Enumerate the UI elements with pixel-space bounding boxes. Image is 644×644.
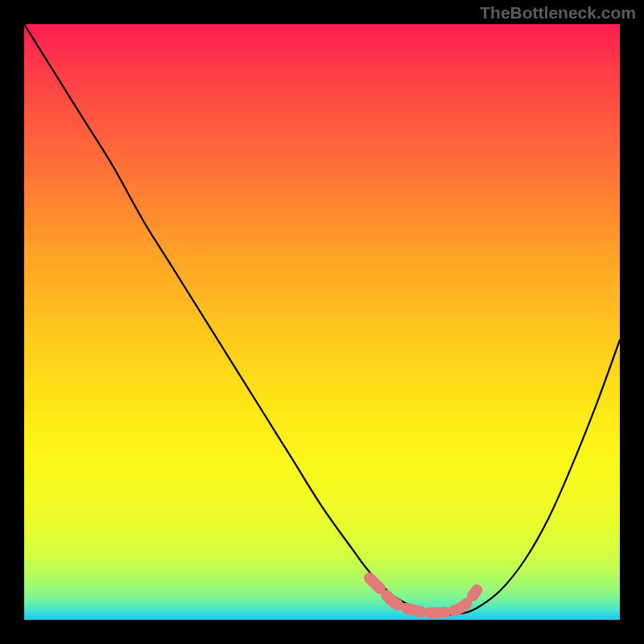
watermark-text: TheBottleneck.com [480,3,636,23]
bottleneck-curve-path [24,24,620,615]
chart-stage: TheBottleneck.com [0,0,644,644]
optimal-range-highlight-path [369,578,477,613]
chart-plot-area [24,24,620,620]
chart-svg [24,24,620,620]
